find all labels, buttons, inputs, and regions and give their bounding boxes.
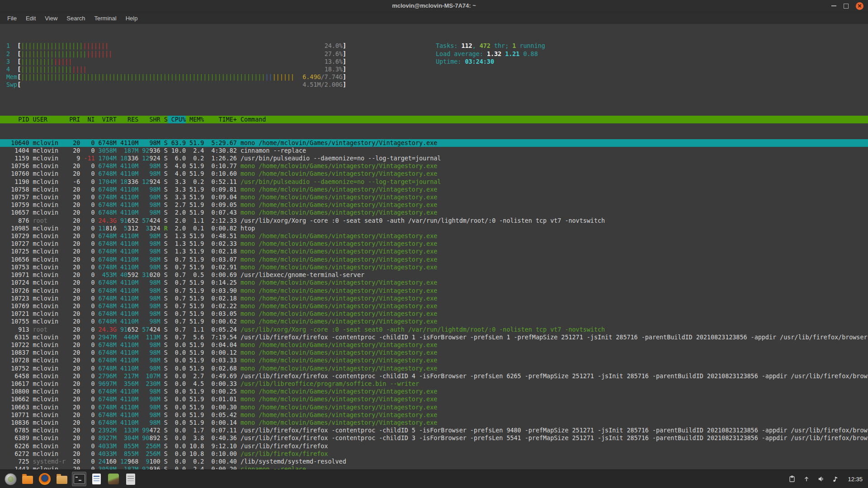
close-icon[interactable] xyxy=(856,2,863,10)
column-header-time[interactable]: TIME+ xyxy=(204,116,237,123)
column-header-shr[interactable]: SHR xyxy=(138,116,160,123)
process-row-6226[interactable]: 6226mclovin2004033M855M256MS0.010.89:12.… xyxy=(0,442,868,450)
gray-document-icon xyxy=(126,474,135,485)
process-row-10662[interactable]: 10662mclovin2006748M4110M98MS0.051.90:01… xyxy=(0,395,868,403)
process-row-6785[interactable]: 6785mclovin2002392M133M99472S0.01.70:07.… xyxy=(0,427,868,434)
process-row-10759[interactable]: 10759mclovin2006748M4110M98MS2.751.90:09… xyxy=(0,201,868,209)
mint-menu-button[interactable] xyxy=(2,470,19,488)
summary-tasks: Tasks: 112, 472 thr; 1 running xyxy=(436,42,545,50)
system-tray: 12:35 xyxy=(788,475,868,483)
column-header-res[interactable]: RES xyxy=(117,116,138,123)
process-table: 10640mclovin2006748M4110M98MS63.951.95:2… xyxy=(0,139,868,470)
terminal-window-button[interactable] xyxy=(72,472,86,486)
game-window-button[interactable] xyxy=(105,470,122,488)
summary-uptime: Uptime: 03:24:30 xyxy=(436,58,545,66)
menu-search[interactable]: Search xyxy=(62,15,90,22)
process-row-10758[interactable]: 10758mclovin2006748M4110M98MS3.351.90:09… xyxy=(0,186,868,193)
process-row-10755[interactable]: 10755mclovin2006748M4110M98MS0.751.90:00… xyxy=(0,318,868,325)
process-row-10728[interactable]: 10728mclovin2006748M4110M98MS0.051.90:03… xyxy=(0,357,868,364)
process-row-10971[interactable]: 10971mclovin200453M4059231020S0.70.50:00… xyxy=(0,271,868,279)
summary-load-average: Load average: 1.32 1.21 0.88 xyxy=(436,50,545,58)
firefox-launcher[interactable] xyxy=(36,470,53,488)
terminal-screen[interactable]: 1[||||||||||||||||||||||||24.0%]2[||||||… xyxy=(0,24,868,470)
system-summary: Tasks: 112, 472 thr; 1 runningLoad avera… xyxy=(436,42,545,89)
column-header-pri[interactable]: PRI xyxy=(69,116,80,123)
process-row-10729[interactable]: 10729mclovin2006748M4110M98MS1.351.90:48… xyxy=(0,232,868,240)
process-row-10617[interactable]: 10617mclovin2009697M356M230MS0.04.50:00.… xyxy=(0,380,868,388)
menu-file[interactable]: File xyxy=(3,15,21,22)
process-row-876[interactable]: 876root20024.3G9165257424S2.01.12:12.33/… xyxy=(0,217,868,225)
process-row-10760[interactable]: 10760mclovin2006748M4110M98MS4.051.90:10… xyxy=(0,170,868,178)
column-header-cpu[interactable]: CPU% xyxy=(168,116,186,123)
app-window-button[interactable] xyxy=(122,470,139,488)
process-row-10771[interactable]: 10771mclovin2006748M4110M98MS0.051.90:05… xyxy=(0,411,868,419)
process-row-10721[interactable]: 10721mclovin2006748M4110M98MS0.751.90:03… xyxy=(0,310,868,318)
column-header-ni[interactable]: NI xyxy=(80,116,94,123)
upload-arrow-icon[interactable] xyxy=(802,475,811,483)
process-row-10757[interactable]: 10757mclovin2006748M4110M98MS3.351.90:09… xyxy=(0,193,868,201)
meter-swp: Swp[4.51M/2.00G] xyxy=(6,81,346,89)
process-row-10640[interactable]: 10640mclovin2006748M4110M98MS63.951.95:2… xyxy=(0,139,868,147)
terminal-window: mclovin@mclovin-MS-7A74: ~ FileEditViewS… xyxy=(0,0,868,470)
files-orange-icon xyxy=(22,476,33,484)
titlebar[interactable]: mclovin@mclovin-MS-7A74: ~ xyxy=(0,0,868,12)
volume-icon[interactable] xyxy=(817,475,825,483)
process-row-10836[interactable]: 10836mclovin2006748M4110M98MS0.051.90:00… xyxy=(0,419,868,427)
clipboard-icon[interactable] xyxy=(788,475,796,483)
menu-view[interactable]: View xyxy=(40,15,62,22)
process-table-header: PIDUSERPRINIVIRTRESSHRSCPU%MEM%TIME+Comm… xyxy=(0,116,868,123)
menu-edit[interactable]: Edit xyxy=(21,15,40,22)
process-row-10985[interactable]: 10985mclovin2001181653123324R2.00.10:00.… xyxy=(0,225,868,232)
maximize-icon[interactable] xyxy=(844,4,849,9)
window-title: mclovin@mclovin-MS-7A74: ~ xyxy=(0,2,868,9)
process-row-10722[interactable]: 10722mclovin2006748M4110M98MS0.051.90:04… xyxy=(0,341,868,349)
menu-help[interactable]: Help xyxy=(121,15,142,22)
process-row-10752[interactable]: 10752mclovin2006748M4110M98MS0.051.90:02… xyxy=(0,365,868,372)
folder-icon xyxy=(57,476,67,484)
process-row-6458[interactable]: 6458mclovin2002796M217M107MS0.02.70:49.6… xyxy=(0,372,868,380)
meter-2: 2[|||||||||||||||||||||||||27.6%] xyxy=(6,50,346,58)
menubar: FileEditViewSearchTerminalHelp xyxy=(0,12,868,24)
process-row-1404[interactable]: 1404mclovin2003058M187M92936S10.02.44:30… xyxy=(0,147,868,155)
meter-mem: Mem[||||||||||||||||||||||||||||||||||||… xyxy=(6,73,346,81)
files-launcher[interactable] xyxy=(19,470,36,488)
column-header-mem[interactable]: MEM% xyxy=(186,116,204,123)
process-row-6272[interactable]: 6272mclovin2004033M855M256MS0.010.80:10.… xyxy=(0,450,868,458)
folder-launcher[interactable] xyxy=(53,470,71,488)
column-header-pid[interactable]: PID xyxy=(0,116,29,123)
column-header-s[interactable]: S xyxy=(160,116,168,123)
process-row-10727[interactable]: 10727mclovin2006748M4110M98MS1.351.90:02… xyxy=(0,240,868,248)
process-row-10756[interactable]: 10756mclovin2006748M4110M98MS4.051.90:10… xyxy=(0,162,868,170)
process-row-10800[interactable]: 10800mclovin2006748M4110M98MS0.051.90:00… xyxy=(0,388,868,395)
process-row-725[interactable]: 725systemd-r20024160129689100S0.00.20:00… xyxy=(0,458,868,465)
menu-terminal[interactable]: Terminal xyxy=(90,15,121,22)
process-row-6315[interactable]: 6315mclovin2002947M446M113MS0.75.67:19.5… xyxy=(0,333,868,341)
meter-1: 1[||||||||||||||||||||||||24.0%] xyxy=(6,42,346,50)
column-header-virt[interactable]: VIRT xyxy=(95,116,117,123)
process-row-10657[interactable]: 10657mclovin2006748M4110M98MS2.051.90:07… xyxy=(0,209,868,216)
media-note-icon[interactable] xyxy=(831,475,840,483)
process-row-913[interactable]: 913root20024.3G9165257424S0.71.10:05.24/… xyxy=(0,326,868,333)
process-row-10663[interactable]: 10663mclovin2006748M4110M98MS0.051.90:00… xyxy=(0,404,868,411)
process-row-10837[interactable]: 10837mclovin2006748M4110M98MS0.051.90:00… xyxy=(0,349,868,357)
process-row-6389[interactable]: 6389mclovin2008927M304M90892S0.03.80:40.… xyxy=(0,434,868,442)
minimize-icon[interactable] xyxy=(831,5,836,6)
column-header-user[interactable]: USER xyxy=(29,116,69,123)
process-row-10656[interactable]: 10656mclovin2006748M4110M98MS0.751.90:03… xyxy=(0,256,868,263)
writer-window-button[interactable] xyxy=(88,470,105,488)
process-row-1190[interactable]: 1190mclovin-601704M1833612924S3.30.20:52… xyxy=(0,178,868,186)
terminal-icon xyxy=(74,474,85,484)
firefox-icon xyxy=(39,473,51,485)
process-row-10726[interactable]: 10726mclovin2006748M4110M98MS0.751.90:03… xyxy=(0,287,868,295)
process-row-10753[interactable]: 10753mclovin2006748M4110M98MS0.751.90:02… xyxy=(0,263,868,271)
process-row-1159[interactable]: 1159mclovin9-111704M1833612924S6.00.21:2… xyxy=(0,155,868,162)
meter-3: 3[||||||||||||||13.6%] xyxy=(6,58,346,66)
process-row-10724[interactable]: 10724mclovin2006748M4110M98MS0.751.90:14… xyxy=(0,279,868,286)
cpu-memory-meters: 1[||||||||||||||||||||||||24.0%]2[||||||… xyxy=(6,42,346,89)
process-row-10769[interactable]: 10769mclovin2006748M4110M98MS0.751.90:02… xyxy=(0,302,868,310)
process-row-10723[interactable]: 10723mclovin2006748M4110M98MS0.751.90:02… xyxy=(0,295,868,302)
column-header-command[interactable]: Command xyxy=(237,116,868,123)
clock[interactable]: 12:35 xyxy=(848,476,863,483)
process-row-10725[interactable]: 10725mclovin2006748M4110M98MS1.351.90:02… xyxy=(0,248,868,255)
panel-left xyxy=(0,470,139,488)
